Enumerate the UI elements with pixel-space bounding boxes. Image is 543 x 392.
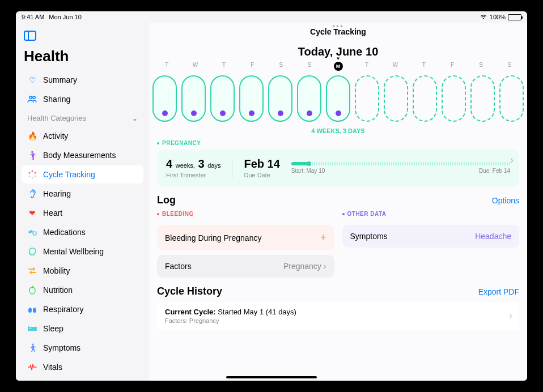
export-pdf-button[interactable]: Export PDF [478,287,519,296]
svg-point-3 [32,171,33,172]
heart-outline-icon: ♡ [27,75,37,85]
pregnancy-dot-icon [249,110,254,116]
progress-start: Start: May 10 [291,168,325,174]
svg-rect-9 [28,229,33,233]
cycle-day-pill[interactable] [239,75,264,122]
sidebar-item-nutrition[interactable]: Nutrition [22,281,143,299]
sidebar-item-label: Hearing [43,189,71,198]
bed-icon [27,323,37,334]
sidebar-item-activity[interactable]: 🔥 Activity [22,127,143,145]
cycle-day-pill[interactable] [355,75,379,122]
svg-point-0 [29,96,32,99]
svg-rect-11 [28,329,37,331]
brain-icon [27,246,37,257]
pregnancy-dot-icon [336,110,341,116]
day-label: S [495,62,524,71]
lungs-icon [27,304,37,314]
chevron-down-icon: ⌄ [132,114,138,122]
cycle-day-pill[interactable] [152,75,177,122]
sidebar-item-heart[interactable]: ❤ Heart [22,204,143,222]
sidebar-item-label: Activity [43,131,68,140]
plus-icon[interactable]: + [320,232,326,244]
sidebar-item-summary[interactable]: ♡ Summary [22,71,143,89]
apple-icon [27,285,37,295]
sidebar-item-symptoms[interactable]: Symptoms [22,339,143,357]
cycle-day-pill[interactable] [181,75,206,122]
current-cycle-row[interactable]: Current Cycle: Started May 1 (41 days) F… [157,302,519,330]
sidebar-item-sharing[interactable]: Sharing [22,90,143,108]
sidebar-item-label: Summary [43,75,77,84]
status-date: Mon Jun 10 [49,14,81,20]
sidebar-item-mobility[interactable]: Mobility [22,262,143,280]
multitask-indicator[interactable]: ••• [332,23,344,31]
svg-rect-12 [28,326,29,331]
day-labels-row: TWTFSSMTWTFSS [149,62,527,71]
cycle-day-pill[interactable] [384,75,408,122]
day-label: T [410,62,438,71]
day-label: T [353,62,381,71]
sidebar-item-vitals[interactable]: Vitals [22,358,143,376]
day-label: F [438,62,466,71]
sidebar-item-label: Nutrition [43,286,73,295]
options-button[interactable]: Options [492,196,519,205]
sidebar-item-body[interactable]: Body Measurements [22,146,143,164]
sidebar-item-label: Sharing [43,95,70,104]
bleeding-row[interactable]: Bleeding During Pregnancy + [157,225,334,250]
pregnancy-dot-icon [191,110,197,116]
app-title: Health [22,48,143,70]
sidebar-item-hearing[interactable]: Hearing [22,185,143,203]
other-data-tag: Other Data [342,211,520,220]
sidebar-item-mental[interactable]: Mental Wellbeing [22,242,143,261]
heart-icon: ❤ [27,208,37,218]
day-label: T [152,62,181,71]
pregnancy-dot-icon [307,110,312,116]
preg-weeks: 4 [166,157,172,170]
sidebar-toggle-icon[interactable] [24,31,36,41]
vitals-icon [27,362,37,372]
cycle-icon [27,169,37,180]
sidebar-item-label: Medications [43,228,86,237]
pregnancy-progress [291,162,510,165]
history-title: Cycle History [157,286,222,297]
walking-icon [27,343,37,353]
day-label: S [267,62,295,71]
sidebar-item-label: Heart [43,208,62,218]
day-label: W [381,62,409,71]
cycle-pills-row[interactable] [149,71,527,124]
day-label: M [324,62,352,71]
progress-end: Due: Feb 14 [479,168,510,174]
day-label: T [210,62,238,71]
sidebar-item-respiratory[interactable]: Respiratory [22,300,143,318]
bleeding-tag: Bleeding [157,211,334,220]
cycle-day-pill[interactable] [499,75,524,122]
sidebar-item-cycle[interactable]: Cycle Tracking [22,165,143,184]
cycle-day-pill[interactable] [210,75,235,122]
categories-header[interactable]: Health Categories ⌄ [22,109,143,126]
cycle-day-pill[interactable] [297,75,321,122]
symptoms-row[interactable]: Symptoms Headache [342,225,520,248]
pregnancy-card[interactable]: 4 weeks, 3 days First Trimester Feb 14 D… [157,150,519,186]
sidebar-item-label: Sleep [43,324,63,333]
svg-point-1 [33,96,35,99]
day-label: S [295,62,324,71]
svg-point-5 [35,176,36,177]
pregnancy-tag: Pregnancy [157,140,519,150]
svg-rect-14 [31,327,37,329]
pregnancy-dot-icon [162,110,168,116]
svg-point-8 [29,172,31,174]
sidebar-item-label: Mental Wellbeing [43,247,104,256]
wifi-icon [480,14,487,20]
chevron-right-icon: › [324,262,326,271]
cycle-day-pill[interactable] [413,75,437,122]
due-date-label: Due Date [244,172,279,178]
cycle-day-pill[interactable] [268,75,292,122]
factors-row[interactable]: Factors Pregnancy › [157,255,334,278]
today-marker: M [334,62,343,71]
cycle-day-pill[interactable] [442,75,466,122]
cycle-day-pill[interactable] [326,75,350,122]
sidebar-item-medications[interactable]: Medications [22,223,143,241]
flame-icon: 🔥 [27,131,37,141]
sidebar-item-sleep[interactable]: Sleep [22,319,143,338]
cycle-day-pill[interactable] [470,75,495,122]
home-indicator[interactable] [226,376,317,378]
